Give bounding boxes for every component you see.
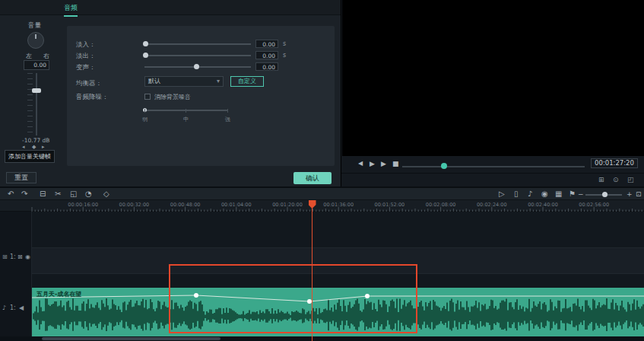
play-button[interactable]: ▶ [370,160,375,167]
balance-left-label: 左 [26,52,32,60]
audio-controls-group: 淡入： 0.00 s 淡出： 0.00 s 变声： 0.00 均衡器： 默认▾ … [67,26,335,166]
next-frame-button[interactable]: ▶ [381,160,386,167]
tab-audio[interactable]: 音频 [64,3,78,17]
track-headers: ⊞ 1: ⊠ ◉ ♪ 1: ◀ [0,212,32,336]
reset-button[interactable]: 重置 [6,172,36,183]
redo-icon[interactable]: ↷ [21,189,27,199]
equalizer-customize-button[interactable]: 自定义 [230,76,264,87]
pitch-label: 变声： [76,63,96,72]
record-icon[interactable]: ◉ [541,189,548,199]
fit-timeline-icon[interactable]: ⊡ [636,189,642,199]
fade-out-slider[interactable] [144,55,251,56]
timeline-panel: ↶ ↷ ⊟ ✂ ◱ ◔ ◇ ▷ ▯ ♪ ◉ ▦ ⚑ − + ⊡ 00:00:16… [0,188,644,341]
confirm-button[interactable]: 确认 [293,172,332,184]
keyframe-icon[interactable]: ◇ [103,189,109,199]
ruler-label: 00:02:56:00 [579,202,609,208]
zoom-in-icon[interactable]: + [627,189,633,199]
preview-progress-slider[interactable] [402,166,585,167]
pip-icon[interactable]: ⊞ [598,176,604,183]
pitch-slider[interactable] [144,66,251,68]
audio-edit-panel: 音频 音量 左 右 0.00 -10.77 dB ◂ ◆ ▸ 添加音量关键帧 淡… [0,0,341,186]
volume-fader-handle[interactable] [32,88,41,93]
ruler-label: 00:00:16:00 [68,202,98,208]
eye-icon[interactable]: ◉ [25,253,30,260]
zoom-out-icon[interactable]: − [578,189,584,199]
volume-fader-scale [27,73,33,135]
denoise-level-mid: 中 [183,116,189,123]
fade-in-unit: s [283,40,286,47]
equalizer-label: 均衡器： [76,79,102,88]
denoise-level-weak: 弱 [142,116,148,123]
ruler-label: 00:02:08:00 [426,202,456,208]
preview-progress-thumb[interactable] [441,163,447,169]
timeline-ruler[interactable]: 00:00:16:0000:00:32:0000:00:48:0000:01:0… [0,200,644,212]
add-keyframe-icon[interactable]: ◆ [32,144,36,150]
video-track-label: 1: [10,253,16,260]
speed-icon[interactable]: ◔ [85,189,92,199]
crop-icon[interactable]: ◱ [70,189,77,199]
video-track-icon: ⊞ [2,253,8,260]
fullscreen-icon[interactable]: ◰ [627,176,634,183]
delete-icon[interactable]: ⊟ [40,189,46,199]
chevron-down-icon: ▾ [217,77,220,86]
balance-right-label: 右 [43,52,49,60]
fade-out-slider-handle[interactable] [143,53,148,58]
audio-track-icon: ♪ [2,304,6,311]
split-icon[interactable]: ✂ [55,189,61,199]
denoise-checkbox[interactable] [144,94,151,100]
ruler-label: 00:02:40:00 [528,202,558,208]
lock-icon[interactable]: ⊠ [17,253,23,260]
clip-name: 五月天-成名在望 [36,290,81,298]
timeline-scrollbar-thumb[interactable] [42,337,220,340]
fade-out-label: 淡出： [76,52,96,61]
denoise-tick-mid [186,109,186,113]
db-unit: dB [43,137,50,144]
denoise-tick-strong [227,109,228,113]
pitch-value-box[interactable]: 0.00 [255,62,278,71]
render-icon[interactable]: ▷ [499,189,505,199]
volume-fader-track[interactable] [36,73,37,135]
prev-frame-button[interactable]: ◀ [358,160,363,167]
ruler-label: 00:01:52:00 [375,202,405,208]
denoise-checkbox-label: 消除背景噪音 [154,93,191,101]
device-icon[interactable]: ▯ [514,189,519,199]
pitch-slider-handle[interactable] [194,64,199,69]
timeline-toolbar: ↶ ↷ ⊟ ✂ ◱ ◔ ◇ ▷ ▯ ♪ ◉ ▦ ⚑ − + ⊡ [0,188,644,200]
volume-label: 音量 [28,21,41,30]
app-window: 音频 音量 左 右 0.00 -10.77 dB ◂ ◆ ▸ 添加音量关键帧 淡… [0,0,644,341]
denoise-tick-weak [144,109,145,113]
video-screen [342,0,644,156]
mic-icon[interactable]: ♪ [528,189,532,199]
equalizer-selected-value: 默认 [148,78,160,84]
volume-balance-knob[interactable] [27,32,44,49]
fade-in-slider-handle[interactable] [143,41,148,46]
fader-db-value: -10.77 dB [22,137,49,144]
equalizer-select[interactable]: 默认▾ [144,76,224,87]
stop-button[interactable]: ■ [392,160,399,167]
fade-in-value-box[interactable]: 0.00 [255,40,278,48]
next-keyframe-icon[interactable]: ▸ [42,144,45,150]
speaker-icon[interactable]: ◀ [19,304,24,311]
ruler-label: 00:01:20:00 [272,202,303,208]
ruler-label: 00:00:48:00 [170,202,201,208]
audio-track-label: 1: [10,304,16,311]
ruler-label: 00:02:24:00 [477,202,507,208]
undo-icon[interactable]: ↶ [8,189,14,199]
prev-keyframe-icon[interactable]: ◂ [22,144,25,150]
zoom-slider-thumb[interactable] [602,192,608,197]
panel-tabbar: 音频 [0,0,341,15]
fade-in-slider[interactable] [144,43,251,45]
ruler-label: 00:01:36:00 [323,202,354,208]
snapshot-icon[interactable]: ⊙ [613,176,619,183]
balance-value-box[interactable]: 0.00 [24,60,49,70]
denoise-strength-slider[interactable] [144,110,228,111]
denoise-label: 音频降噪： [76,93,109,102]
ruler-label: 00:01:04:00 [221,202,252,208]
mixer-icon[interactable]: ▦ [555,189,562,199]
denoise-level-strong: 强 [225,116,230,123]
timeline-scrollbar[interactable] [0,336,644,341]
fade-out-value-box[interactable]: 0.00 [255,51,278,59]
preview-footer: ⊞ ⊙ ◰ [341,173,644,186]
fade-out-unit: s [283,52,286,59]
marker-icon[interactable]: ⚑ [569,189,576,199]
